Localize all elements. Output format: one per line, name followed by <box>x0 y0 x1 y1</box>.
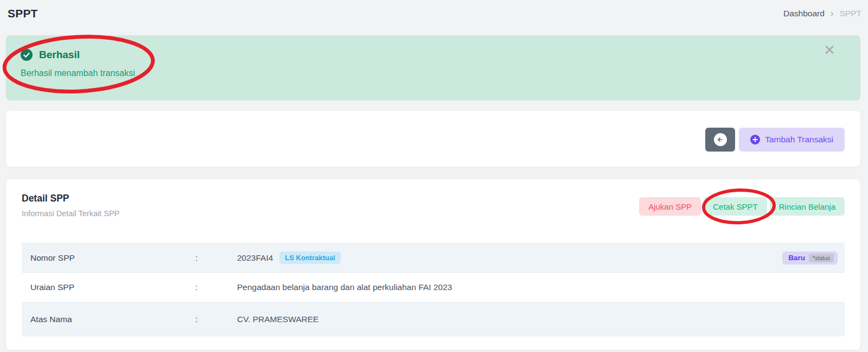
breadcrumb: Dashboard › SPPT <box>783 8 861 19</box>
row-value: 2023FAI4 LS Kontraktual Baru *status <box>237 252 845 265</box>
table-row: Nomor SPP : 2023FAI4 LS Kontraktual Baru… <box>22 243 845 273</box>
toolbar-buttons: Tambah Transaksi <box>705 128 845 152</box>
page-title: SPPT <box>8 7 38 20</box>
row-separator: : <box>195 315 237 324</box>
section-title: Detail SPP <box>22 193 119 204</box>
row-label: Atas Nama <box>30 315 195 324</box>
chevron-right-icon: › <box>831 8 834 19</box>
ajukan-spp-button[interactable]: Ajukan SPP <box>639 197 701 216</box>
ls-kontraktual-badge: LS Kontraktual <box>279 252 340 264</box>
row-value: CV. PRAMESWAREE <box>237 315 845 324</box>
row-separator: : <box>195 253 237 263</box>
breadcrumb-current: SPPT <box>840 9 861 18</box>
alert-title: Berhasil <box>39 49 80 61</box>
detail-titles: Detail SPP Informasi Detail Terkait SPP <box>22 193 119 218</box>
add-transaction-label: Tambah Transaksi <box>765 135 833 144</box>
detail-header: Detail SPP Informasi Detail Terkait SPP … <box>6 179 860 218</box>
rincian-belanja-button[interactable]: Rincian Belanja <box>770 197 845 216</box>
add-transaction-button[interactable]: Tambah Transaksi <box>739 128 845 152</box>
close-icon[interactable]: ✕ <box>824 43 835 57</box>
cetak-sppt-button[interactable]: Cetak SPPT <box>704 197 767 216</box>
detail-card: Detail SPP Informasi Detail Terkait SPP … <box>6 179 860 350</box>
row-value-text: CV. PRAMESWAREE <box>237 315 318 324</box>
row-value-text: Pengadaan belanja barang dan alat perkul… <box>237 282 452 292</box>
status-badge-label: Baru <box>788 254 805 262</box>
status-badge: Baru *status <box>782 252 838 265</box>
row-value: Pengadaan belanja barang dan alat perkul… <box>237 282 845 292</box>
alert-message: Berhasil menambah transaksi <box>6 68 860 78</box>
table-row: Uraian SPP : Pengadaan belanja barang da… <box>22 273 845 303</box>
plus-circle-icon <box>750 135 760 144</box>
row-value-text: 2023FAI4 <box>237 253 273 263</box>
row-label: Nomor SPP <box>30 253 195 263</box>
section-subtitle: Informasi Detail Terkait SPP <box>22 209 119 218</box>
toolbar-card: Tambah Transaksi <box>6 111 860 167</box>
page: SPPT Dashboard › SPPT Berhasil Berhasil … <box>0 0 868 352</box>
success-alert: Berhasil Berhasil menambah transaksi ✕ <box>6 35 860 100</box>
page-header: SPPT Dashboard › SPPT <box>8 0 861 27</box>
detail-actions: Ajukan SPP Cetak SPPT Rincian Belanja <box>639 197 845 216</box>
breadcrumb-dashboard[interactable]: Dashboard <box>783 9 825 18</box>
alert-header: Berhasil <box>6 35 860 61</box>
row-separator: : <box>195 282 237 292</box>
arrow-left-icon <box>714 133 727 146</box>
table-row: Atas Nama : CV. PRAMESWAREE <box>22 303 845 336</box>
status-badge-note: *status <box>809 254 834 262</box>
back-button[interactable] <box>705 128 735 152</box>
check-circle-icon <box>21 49 33 61</box>
detail-table: Nomor SPP : 2023FAI4 LS Kontraktual Baru… <box>22 243 845 336</box>
row-label: Uraian SPP <box>30 282 195 292</box>
